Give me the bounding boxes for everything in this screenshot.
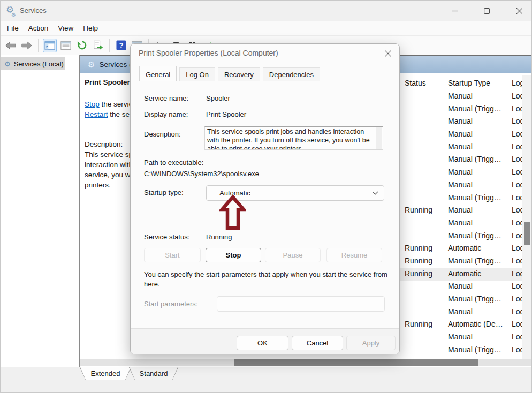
cell-startup: Manual: [448, 130, 473, 138]
help-icon[interactable]: ?: [114, 39, 128, 52]
start-params-input[interactable]: [217, 296, 385, 312]
stop-button[interactable]: Stop: [206, 248, 261, 262]
minimize-icon: [452, 8, 458, 14]
tree-item-label: Services (Local): [14, 60, 64, 68]
resume-button[interactable]: Resume: [326, 248, 382, 262]
cell-log: Loc: [512, 142, 522, 151]
cell-log: Loc: [512, 244, 522, 252]
titlebar: ⚙⚙ Services: [1, 1, 532, 21]
cell-log: Loc: [512, 168, 522, 176]
horizontal-scrollbar[interactable]: [80, 359, 532, 366]
column-divider: [506, 78, 506, 89]
services-gear-icon: ⚙⚙: [6, 4, 14, 16]
cell-log: Loc: [512, 320, 522, 328]
cell-log: Loc: [512, 206, 522, 214]
cell-log: Loc: [512, 117, 522, 125]
start-params-hint: You can specify the start parameters tha…: [144, 270, 390, 289]
cell-log: Loc: [512, 193, 522, 202]
cell-log: Loc: [512, 269, 522, 278]
export-list-icon[interactable]: [91, 39, 105, 52]
service-name-value: Spooler: [206, 94, 230, 102]
description-scrollbar[interactable]: [376, 127, 382, 150]
cell-status: Running: [405, 244, 432, 252]
cell-log: Loc: [512, 180, 522, 189]
cell-status: Running: [405, 269, 432, 278]
service-name-label: Service name:: [144, 94, 188, 102]
cell-startup: Manual (Trigg…: [448, 256, 501, 265]
display-name-label: Display name:: [144, 110, 188, 118]
tab-recovery[interactable]: Recovery: [218, 67, 260, 81]
apply-button[interactable]: Apply: [346, 336, 396, 350]
cell-log: Loc: [512, 130, 522, 138]
menu-file[interactable]: File: [6, 23, 20, 33]
cell-startup: Automatic: [448, 269, 481, 278]
cell-log: Loc: [512, 294, 522, 303]
path-label: Path to executable:: [144, 158, 203, 167]
restart-service-link[interactable]: Restart: [85, 110, 108, 118]
cell-startup: Manual: [448, 92, 473, 100]
cell-startup: Manual: [448, 168, 473, 176]
cell-startup: Manual (Trigg…: [448, 193, 501, 202]
properties-icon[interactable]: [59, 39, 73, 52]
minimize-button[interactable]: [443, 1, 467, 21]
cell-startup: Manual: [448, 307, 473, 316]
cell-log: Loc: [512, 307, 522, 316]
tab-dependencies[interactable]: Dependencies: [263, 67, 320, 81]
dialog-footer: OK Cancel Apply: [131, 328, 399, 354]
maximize-button[interactable]: [474, 1, 499, 21]
cell-log: Loc: [512, 155, 522, 163]
vertical-scrollbar-thumb[interactable]: [524, 222, 530, 245]
path-value: C:\WINDOWS\System32\spoolsv.exe: [144, 170, 259, 178]
menu-action[interactable]: Action: [27, 23, 50, 33]
cell-startup: Manual: [448, 117, 473, 125]
menu-view[interactable]: View: [57, 23, 74, 33]
menu-help[interactable]: Help: [82, 23, 99, 33]
section-divider: [144, 224, 384, 224]
close-button[interactable]: [507, 1, 531, 21]
console-tree-panel: ⚙ Services (Local): [1, 55, 80, 367]
view-tabs-bar: Extended Standard: [1, 367, 532, 382]
description-value: This service spools print jobs and handl…: [207, 128, 370, 150]
stop-service-link[interactable]: Stop: [85, 100, 100, 108]
annotation-arrow-up: [219, 195, 246, 230]
ok-button[interactable]: OK: [237, 336, 288, 350]
cell-log: Loc: [512, 218, 522, 227]
menubar: File Action View Help: [1, 21, 532, 35]
service-status-label: Service status:: [144, 233, 189, 241]
back-icon[interactable]: [4, 39, 18, 52]
forward-icon[interactable]: [20, 39, 34, 52]
cell-startup: Manual: [448, 142, 473, 151]
cell-log: Loc: [512, 104, 522, 113]
properties-dialog: Print Spooler Properties (Local Computer…: [130, 43, 400, 354]
cell-startup: Manual (Trigg…: [448, 231, 501, 240]
description-field[interactable]: This service spools print jobs and handl…: [204, 126, 383, 150]
dialog-close-button[interactable]: [381, 47, 395, 60]
show-console-tree-icon[interactable]: [43, 39, 57, 52]
cancel-button[interactable]: Cancel: [292, 336, 343, 350]
window-title: Services: [20, 6, 47, 14]
start-params-label: Start parameters:: [144, 300, 197, 308]
cell-log: Loc: [512, 332, 522, 341]
display-name-value: Print Spooler: [206, 110, 246, 118]
cell-status: Running: [405, 256, 432, 265]
tab-standard[interactable]: Standard: [129, 367, 178, 380]
gear-icon: ⚙: [4, 60, 11, 68]
horizontal-scrollbar-thumb[interactable]: [234, 359, 478, 366]
column-status[interactable]: Status: [405, 79, 426, 87]
tab-log-on[interactable]: Log On: [179, 67, 215, 81]
cell-log: Loc: [512, 256, 522, 265]
tree-item-services-local[interactable]: ⚙ Services (Local): [1, 57, 65, 70]
tab-extended[interactable]: Extended: [80, 367, 131, 380]
status-bar: [1, 382, 532, 393]
vertical-scrollbar[interactable]: [522, 75, 532, 359]
column-startup-type[interactable]: Startup Type: [448, 79, 490, 87]
pause-button[interactable]: Pause: [265, 248, 321, 262]
cell-log: Loc: [512, 231, 522, 240]
tab-strip-divider: [139, 81, 392, 81]
service-status-value: Running: [206, 233, 232, 241]
svg-text:?: ?: [119, 41, 123, 49]
refresh-icon[interactable]: [75, 39, 89, 52]
chevron-down-icon: [372, 191, 378, 195]
tab-general[interactable]: General: [139, 66, 177, 81]
start-button[interactable]: Start: [144, 248, 201, 262]
